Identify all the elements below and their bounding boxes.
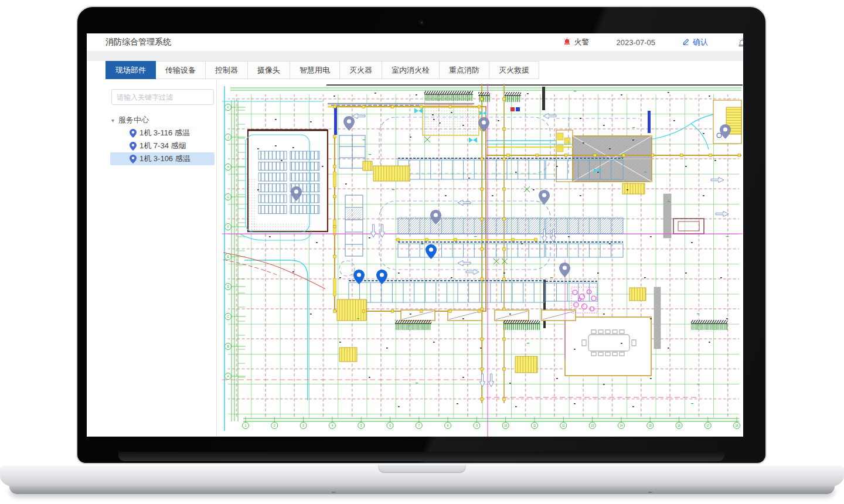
tab-site-components[interactable]: 现场部件 — [106, 61, 156, 79]
alarm-label: 火警 — [574, 37, 590, 47]
header-date: 2023-07-05 — [617, 38, 656, 47]
confirm-button[interactable]: 确认 — [682, 37, 708, 47]
device-label: 1机 7-34 感烟 — [139, 141, 186, 151]
svg-text:14: 14 — [620, 424, 623, 427]
fire-alarm-status[interactable]: 火警 — [563, 37, 590, 47]
svg-text:13: 13 — [591, 424, 594, 427]
device-label: 1机 3-116 感温 — [139, 128, 190, 138]
laptop-base — [0, 465, 844, 488]
app-window: 消防综合管理系统 火警 2023-07-05 确认 — [87, 33, 743, 437]
map-pin-icon — [130, 155, 137, 164]
svg-text:12: 12 — [562, 424, 566, 427]
device-pin[interactable] — [291, 186, 302, 201]
module-tab-bar: 现场部件 传输设备 控制器 摄像头 智慧用电 灭火器 室内消火栓 重点消防 灭火… — [87, 61, 743, 79]
svg-text:G: G — [227, 196, 229, 199]
device-tree: ▾ 服务中心 1机 3-116 感温 1机 7-34 感烟 — [87, 114, 216, 165]
laptop-screen-bezel: 消防综合管理系统 火警 2023-07-05 确认 — [76, 6, 767, 464]
tree-item-device[interactable]: 1机 3-106 感温 — [110, 152, 215, 165]
mute-siren-icon[interactable] — [738, 38, 743, 49]
svg-text:F: F — [227, 226, 229, 229]
tab-fire-extinguishers[interactable]: 灭火器 — [340, 61, 382, 79]
tree-item-device[interactable]: 1机 7-34 感烟 — [110, 139, 215, 152]
tab-fire-rescue[interactable]: 灭火救援 — [489, 61, 539, 79]
tab-smart-power[interactable]: 智慧用电 — [290, 61, 340, 79]
tab-transmission-devices[interactable]: 传输设备 — [156, 61, 206, 79]
device-pin[interactable] — [539, 190, 550, 205]
svg-text:15: 15 — [649, 424, 652, 427]
device-label: 1机 3-106 感温 — [139, 154, 190, 164]
tab-indoor-hydrants[interactable]: 室内消火栓 — [382, 61, 440, 79]
device-pin[interactable] — [559, 263, 570, 277]
svg-text:B: B — [227, 345, 229, 348]
device-pin[interactable] — [430, 210, 441, 224]
laptop-foot — [648, 492, 652, 493]
confirm-label: 确认 — [693, 37, 708, 47]
device-pin[interactable] — [343, 116, 355, 131]
floorplan-drawing: KJHGFEDCBA123456789101112131415161718 — [222, 84, 743, 437]
keyword-filter-input[interactable] — [111, 89, 214, 105]
svg-text:J: J — [227, 136, 229, 139]
device-pin[interactable] — [376, 270, 387, 284]
tree-root-label: 服务中心 — [118, 115, 149, 125]
svg-text:11: 11 — [533, 424, 536, 427]
svg-text:17: 17 — [706, 424, 710, 427]
svg-text:10: 10 — [504, 424, 508, 427]
caret-down-icon: ▾ — [111, 117, 114, 124]
laptop-lid-notch — [378, 465, 466, 473]
laptop-foot — [332, 492, 336, 493]
svg-text:A: A — [227, 375, 229, 378]
page-title: 消防综合管理系统 — [106, 37, 171, 47]
alarm-siren-icon — [563, 38, 571, 47]
laptop-camera-icon — [419, 20, 424, 25]
app-header: 消防综合管理系统 火警 2023-07-05 确认 — [87, 33, 743, 52]
device-pin[interactable] — [478, 117, 489, 132]
tree-node-service-center[interactable]: ▾ 服务中心 — [87, 114, 216, 127]
tab-key-fire-protection[interactable]: 重点消防 — [440, 61, 489, 79]
svg-text:16: 16 — [678, 424, 681, 427]
laptop-hinge — [118, 452, 724, 461]
svg-text:E: E — [227, 256, 229, 258]
svg-text:18: 18 — [736, 424, 739, 427]
svg-text:H: H — [227, 166, 229, 169]
floorplan-canvas[interactable]: KJHGFEDCBA123456789101112131415161718 — [222, 84, 743, 437]
device-pin[interactable] — [426, 244, 437, 259]
pen-icon — [682, 38, 689, 47]
page-background: 消防综合管理系统 火警 2023-07-05 确认 — [0, 0, 844, 504]
device-pin[interactable] — [353, 270, 365, 284]
tab-controllers[interactable]: 控制器 — [206, 61, 248, 79]
svg-text:K: K — [227, 106, 229, 109]
header-divider-band — [87, 52, 743, 61]
device-pin[interactable] — [720, 124, 731, 139]
map-pin-icon — [130, 142, 137, 151]
laptop-base-edge — [9, 486, 835, 494]
tab-cameras[interactable]: 摄像头 — [248, 61, 290, 79]
tree-item-device[interactable]: 1机 3-116 感温 — [110, 127, 215, 139]
map-pin-icon — [130, 129, 137, 138]
device-sidebar: ▾ 服务中心 1机 3-116 感温 1机 7-34 感烟 — [87, 79, 217, 437]
